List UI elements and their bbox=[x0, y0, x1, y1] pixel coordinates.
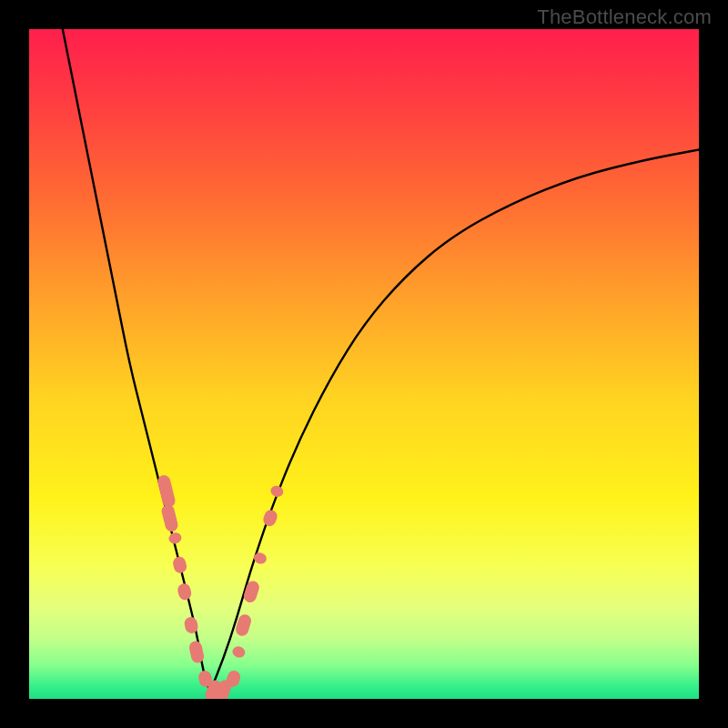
curve-layer bbox=[29, 29, 699, 699]
plot-area bbox=[29, 29, 699, 699]
curve-right-branch bbox=[210, 149, 699, 692]
chart-frame: TheBottleneck.com bbox=[0, 0, 728, 728]
highlight-dot bbox=[252, 551, 268, 566]
highlight-dot bbox=[167, 531, 182, 545]
highlight-dot bbox=[160, 503, 179, 532]
watermark-text: TheBottleneck.com bbox=[537, 5, 712, 29]
highlight-dot bbox=[261, 508, 278, 528]
highlight-dot bbox=[188, 640, 206, 663]
highlight-dot bbox=[231, 645, 247, 660]
highlight-dot bbox=[172, 555, 188, 574]
highlight-dot bbox=[177, 582, 193, 602]
highlight-dot bbox=[157, 474, 177, 509]
highlight-dot bbox=[269, 484, 285, 499]
highlight-dot bbox=[242, 580, 261, 604]
